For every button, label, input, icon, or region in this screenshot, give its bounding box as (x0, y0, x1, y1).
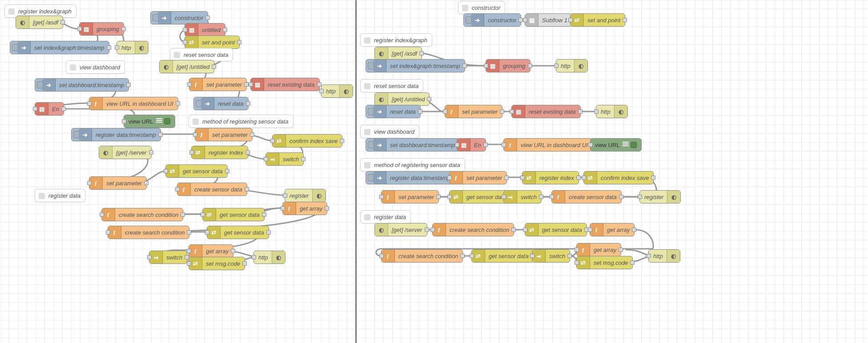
label: set dashboard:timestamp (390, 142, 455, 148)
function-node[interactable]: ƒ get array (282, 202, 327, 215)
template-node[interactable]: ▤ untitled (185, 23, 225, 36)
http-response-node[interactable]: http ◐ (556, 59, 588, 72)
template-node[interactable]: ▤ reset existing data (250, 78, 320, 91)
label: switch (549, 253, 565, 259)
http-in-node[interactable]: ◐ [get] /untitled (159, 60, 214, 73)
label: set msg.code (594, 259, 628, 266)
function-node[interactable]: ƒ create sensor data (551, 190, 622, 203)
change-node[interactable]: ⇄ set and point (570, 13, 625, 27)
right-flow-canvas[interactable]: constructor ➔ constructor ▤ Subflow 1 ⇄ … (357, 0, 868, 343)
label: create search condition (450, 227, 509, 233)
label: view URL in dashboard UI (521, 142, 588, 148)
change-node[interactable]: ⇄ set msg.code (189, 257, 245, 270)
comment-node[interactable]: view dashboard (66, 60, 125, 74)
function-node[interactable]: ƒ create search condition (108, 226, 189, 239)
function-node[interactable]: ƒ create sensor data (177, 183, 247, 196)
function-node[interactable]: ƒ get array (576, 243, 621, 256)
change-node[interactable]: ⇄ get sensor data (471, 249, 534, 263)
function-node[interactable]: ƒ set parameter (445, 105, 502, 118)
inject-node[interactable]: ➔ register data:timestamp (71, 128, 161, 141)
change-node[interactable]: ⇄ set and point (185, 36, 240, 49)
comment-node[interactable]: reset sensor data (360, 79, 423, 92)
comment-node[interactable]: constructor (458, 1, 505, 14)
function-node[interactable]: ƒ view URL in dashboard UI (503, 138, 593, 152)
http-in-node[interactable]: ◐ [get] /server (374, 223, 427, 236)
change-node[interactable]: ⇄ confirm index save (272, 134, 342, 148)
template-node[interactable]: ▤ En (35, 102, 64, 116)
switch-node[interactable]: ⫤ switch (149, 251, 187, 264)
label: grouping (503, 63, 526, 69)
http-in-node[interactable]: ◐ [get] /asdf (16, 16, 63, 29)
switch-node[interactable]: ⫤ switch (503, 190, 542, 203)
label: confirm index save (289, 138, 338, 144)
debug-node[interactable]: view URL (124, 115, 175, 128)
change-node[interactable]: ⇄ get sensor data (525, 223, 587, 236)
function-node[interactable]: ƒ view URL in dashboard UI (89, 97, 178, 110)
function-node[interactable]: ƒ set parameter (189, 78, 247, 91)
change-node[interactable]: ⇄ confirm index save (583, 171, 654, 184)
http-response-node[interactable]: register ◐ (639, 190, 681, 203)
label: reset data (390, 108, 416, 115)
debug-node[interactable]: view URL (590, 138, 642, 152)
http-response-node[interactable]: http ◐ (321, 84, 353, 98)
label: reset data (218, 100, 244, 107)
inject-node[interactable]: ➔ reset data (366, 105, 421, 118)
label: http (653, 253, 663, 259)
inject-node[interactable]: ➔ constructor (463, 13, 521, 27)
label: get sensor data (183, 168, 223, 175)
change-node[interactable]: ⇄ get sensor data (207, 226, 269, 239)
function-node[interactable]: ƒ get array (590, 223, 635, 236)
change-node[interactable]: ⇄ set msg.code (576, 256, 633, 269)
label: set parameter (106, 180, 142, 187)
http-in-node[interactable]: ◐ [get] /server (99, 146, 152, 159)
http-response-node[interactable]: http ◐ (648, 249, 680, 263)
arrow-icon: ➔ (373, 105, 386, 118)
comment-node[interactable]: method of registering sensor data (360, 158, 465, 172)
template-node[interactable]: ▤ grouping (79, 22, 124, 36)
http-response-node[interactable]: http ◐ (253, 251, 285, 264)
switch-node[interactable]: ⫤ switch (265, 152, 304, 166)
change-node[interactable]: ⇄ register index (191, 146, 248, 159)
http-in-node[interactable]: ◐ [get] /untitled (374, 92, 430, 106)
template-node[interactable]: ▤ En (457, 138, 486, 152)
comment-node[interactable]: register index&graph (360, 33, 432, 47)
inject-node[interactable]: ➔ set dashboard:timestamp (366, 138, 460, 152)
change-node[interactable]: ⇄ register index (522, 171, 579, 184)
comment-node[interactable]: register data (360, 210, 411, 223)
comment-node[interactable]: reset sensor data (170, 48, 233, 61)
inject-node[interactable]: ➔ reset data (193, 97, 249, 110)
function-node[interactable]: ƒ set parameter (195, 128, 253, 141)
label: set index&graph:timestamp (34, 44, 104, 51)
function-node[interactable]: ƒ set parameter (449, 171, 507, 184)
function-node[interactable]: ƒ create search condition (381, 249, 463, 263)
change-node[interactable]: ⇄ get sensor data (202, 208, 265, 221)
switch-node[interactable]: ⫤ switch (532, 249, 570, 263)
template-node[interactable]: ▤ grouping (486, 59, 530, 72)
inject-node[interactable]: ➔ constructor (150, 11, 208, 24)
change-node[interactable]: ⇄ get sensor data (165, 164, 228, 178)
globe-icon: ◐ (614, 105, 627, 118)
http-response-node[interactable]: http ◐ (596, 105, 628, 118)
bars-icon (156, 118, 162, 124)
toggle-icon[interactable] (164, 118, 170, 124)
left-flow-canvas[interactable]: register index&graph ◐ [get] /asdf ▤ gro… (0, 0, 357, 343)
inject-node[interactable]: ➔ set dashboard:timestamp (35, 78, 129, 92)
inject-node[interactable]: ➔ register data:timestamp (366, 171, 455, 184)
comment-node[interactable]: method of registering sensor data (189, 115, 293, 128)
inject-node[interactable]: ➔ set index&graph:timestamp (10, 41, 109, 54)
function-node[interactable]: ƒ create search condition (101, 208, 183, 221)
function-node[interactable]: ƒ create search condition (432, 223, 514, 236)
inject-node[interactable]: ➔ set index&graph:timestamp (366, 59, 465, 72)
function-node[interactable]: ƒ get array (189, 244, 233, 258)
comment-node[interactable]: register data (35, 189, 85, 202)
http-response-node[interactable]: register ◐ (285, 189, 326, 202)
toggle-icon[interactable] (631, 142, 637, 148)
http-in-node[interactable]: ◐ [get] /asdf (374, 47, 422, 60)
function-node[interactable]: ƒ set parameter (89, 176, 147, 190)
template-node[interactable]: ▤ reset existing data (511, 105, 581, 118)
label: view URL (129, 118, 153, 125)
comment-node[interactable]: view dashboard (360, 125, 419, 138)
http-response-node[interactable]: http ◐ (117, 41, 149, 54)
subflow-node[interactable]: ▤ Subflow 1 (525, 13, 572, 27)
function-node[interactable]: ƒ set parameter (381, 190, 439, 203)
